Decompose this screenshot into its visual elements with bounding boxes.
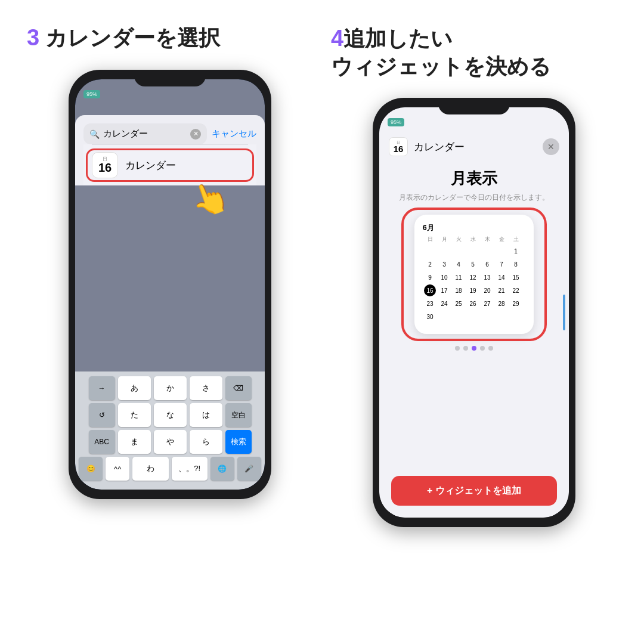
dot-5 [488, 346, 493, 351]
cal-hdr-wed: 水 [466, 236, 480, 243]
dot-4 [480, 346, 485, 351]
widget-name: 月表示 [451, 168, 497, 189]
kb-ma-key[interactable]: ま [118, 430, 151, 454]
keyboard-area: → あ か さ ⌫ ↺ た な は 空白 [75, 371, 265, 490]
dot-2 [463, 346, 468, 351]
search-results: 日 16 カレンダー [83, 144, 256, 185]
left-step-label: カレンダーを選択 [45, 26, 220, 50]
left-step-num: 3 [27, 25, 39, 50]
kb-search-key[interactable]: 検索 [225, 430, 252, 454]
widget-picker: 日 16 カレンダー ✕ 月表示 月表示のカレンダーで今日の日付を示します。 6… [379, 107, 569, 518]
left-phone-screen: 95% 🔍 カレンダー ✕ キャンセル [75, 79, 265, 490]
kb-space-key[interactable]: 空白 [225, 403, 252, 427]
right-step-title: 4追加したいウィジェットを決める [331, 24, 551, 81]
battery-chip-left: 95% [83, 90, 100, 98]
kb-punct-key[interactable]: 、。?! [172, 457, 208, 481]
right-phone-frame: 95% 日 16 カレンダー ✕ 月表示 月表示のカレンダーで今日の日付を示しま [373, 98, 575, 527]
kb-emoji-key[interactable]: 😊 [79, 457, 103, 481]
search-bar-area: 🔍 カレンダー ✕ キャンセル 日 16 [75, 115, 265, 185]
kb-delete-key[interactable]: ⌫ [225, 376, 252, 400]
kb-wa-key[interactable]: わ [132, 457, 168, 481]
clear-button[interactable]: ✕ [190, 129, 201, 140]
add-widget-label: + ウィジェットを追加 [427, 485, 521, 497]
cal-header-row: 日 月 火 水 木 金 土 [423, 236, 525, 243]
search-input-row: 🔍 カレンダー ✕ キャンセル [83, 123, 256, 144]
cal-hdr-tue: 火 [451, 236, 466, 243]
kb-caret-key[interactable]: ^^ [106, 457, 129, 481]
kb-row-1: → あ か さ ⌫ [79, 376, 261, 400]
left-phone-frame: 95% 🔍 カレンダー ✕ キャンセル [69, 70, 271, 499]
cal-row-1: 1 [423, 244, 525, 258]
kb-ha-key[interactable]: は [190, 403, 222, 427]
right-panel: 4追加したいウィジェットを決める 95% 日 16 [331, 24, 617, 527]
cal-row-2: 2 3 4 5 6 7 8 [423, 258, 525, 271]
kb-arrow-key[interactable]: → [89, 376, 115, 400]
kb-mic-key[interactable]: 🎤 [237, 457, 261, 481]
cal-row-5: 23 24 25 26 27 28 29 [423, 297, 525, 310]
cal-month-label: 6月 [423, 223, 525, 233]
scroll-indicator [563, 295, 565, 330]
kb-row-4: 😊 ^^ わ 、。?! 🌐 🎤 [79, 457, 261, 481]
kb-na-key[interactable]: な [154, 403, 187, 427]
cal-row-3: 9 10 11 12 13 14 15 [423, 271, 525, 284]
cal-row-6: 30 [423, 310, 525, 323]
cal-today-cell: 16 [424, 284, 436, 296]
kb-sa-key[interactable]: さ [190, 376, 222, 400]
widget-dots [455, 346, 493, 351]
add-widget-button[interactable]: + ウィジェットを追加 [391, 476, 557, 506]
right-step-num: 4 [331, 26, 343, 51]
kb-row-2: ↺ た な は 空白 [79, 403, 261, 427]
cal-day-num: 16 [98, 162, 112, 174]
calendar-widget-preview: 6月 日 月 火 水 木 金 土 [414, 215, 534, 334]
cal-hdr-sun: 日 [423, 236, 437, 243]
kb-globe-key[interactable]: 🌐 [210, 457, 234, 481]
kb-row-3: ABC ま や ら 検索 [79, 430, 261, 454]
kb-ta-key[interactable]: た [118, 403, 151, 427]
kb-ka-key[interactable]: か [154, 376, 187, 400]
cancel-button[interactable]: キャンセル [212, 128, 256, 140]
kb-ra-key[interactable]: ら [190, 430, 222, 454]
kb-a-key[interactable]: あ [118, 376, 151, 400]
search-text: カレンダー [103, 128, 148, 140]
cal-hdr-sat: 土 [509, 236, 523, 243]
widget-picker-header: 日 16 カレンダー ✕ [379, 107, 569, 162]
status-bar-left: 95% [83, 90, 100, 98]
widget-picker-close-button[interactable]: ✕ [543, 138, 559, 155]
phone-notch-left [134, 70, 206, 86]
dot-3-active [472, 346, 476, 351]
dot-1 [455, 346, 460, 351]
wp-cal-icon: 日 16 [389, 137, 408, 156]
calendar-app-name: カレンダー [125, 159, 176, 172]
main-container: 3 カレンダーを選択 95% 🔍 カレンダー [0, 0, 644, 644]
cal-hdr-mon: 月 [437, 236, 451, 243]
calendar-result-row[interactable]: 日 16 カレンダー [92, 144, 248, 185]
status-bar-right: 95% [388, 118, 404, 126]
search-field[interactable]: 🔍 カレンダー ✕ [83, 123, 207, 144]
wp-app-name: カレンダー [414, 140, 465, 154]
left-step-title: 3 カレンダーを選択 [27, 24, 220, 53]
battery-chip-right: 95% [388, 118, 404, 126]
kb-ya-key[interactable]: や [154, 430, 187, 454]
cal-hdr-fri: 金 [494, 236, 509, 243]
search-icon: 🔍 [89, 129, 100, 139]
phone-notch-right [438, 98, 510, 114]
wp-day-num: 16 [394, 144, 404, 153]
cal-hdr-thu: 木 [480, 236, 494, 243]
calendar-app-icon: 日 16 [92, 152, 118, 178]
kb-abc-key[interactable]: ABC [89, 430, 115, 454]
left-panel: 3 カレンダーを選択 95% 🔍 カレンダー [27, 24, 313, 499]
kb-undo-key[interactable]: ↺ [89, 403, 115, 427]
right-phone-screen: 95% 日 16 カレンダー ✕ 月表示 月表示のカレンダーで今日の日付を示しま [379, 107, 569, 518]
search-overlay: 🔍 カレンダー ✕ キャンセル 日 16 [75, 79, 265, 490]
widget-preview-area: 6月 日 月 火 水 木 金 土 [414, 215, 534, 334]
cal-row-4: 16 17 18 19 20 21 22 [423, 284, 525, 297]
widget-desc: 月表示のカレンダーで今日の日付を示します。 [387, 193, 561, 203]
